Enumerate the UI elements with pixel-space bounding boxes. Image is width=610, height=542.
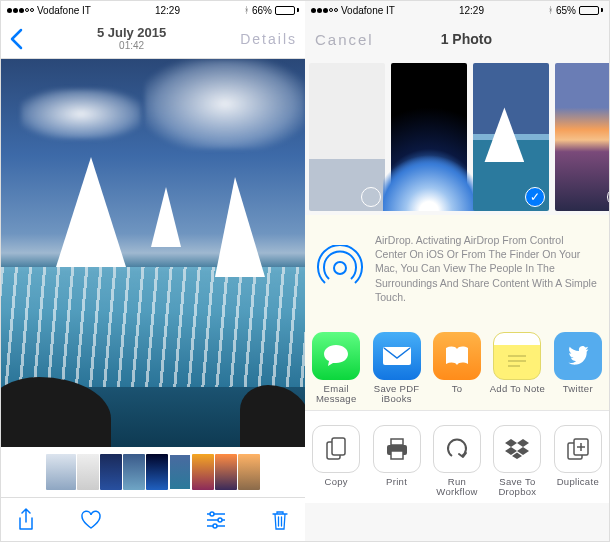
- airdrop-icon: [317, 245, 363, 291]
- svg-point-0: [210, 512, 214, 516]
- action-label: Copy: [325, 477, 348, 499]
- bluetooth-icon: ᚼ: [244, 5, 249, 15]
- svg-rect-12: [391, 451, 403, 459]
- share-notes[interactable]: Add To Note: [488, 332, 546, 406]
- nav-title: 5 July 2015 01:42: [97, 26, 166, 51]
- actions-row: Copy Print Run Workflow Save To Dropbox …: [305, 410, 609, 503]
- picker-item[interactable]: [555, 63, 609, 211]
- airdrop-description: AirDrop. Activating AirDrop From Control…: [375, 233, 597, 304]
- thumbnail[interactable]: [77, 454, 99, 490]
- ibooks-icon: [433, 332, 481, 380]
- thumbnail[interactable]: [100, 454, 122, 490]
- message-bubble-icon: [312, 332, 360, 380]
- adjust-button[interactable]: [205, 511, 227, 529]
- share-sheet-screen: Vodafone IT 12:29 ᚼ 65% Cancel 1 Photo ✓: [305, 1, 609, 541]
- svg-point-1: [218, 518, 222, 522]
- picker-item[interactable]: [391, 63, 467, 211]
- signal-strength-icon: [7, 8, 34, 13]
- action-duplicate[interactable]: Duplicate: [549, 425, 607, 499]
- photo-viewer[interactable]: [1, 59, 305, 447]
- share-message[interactable]: Email Message: [307, 332, 365, 406]
- thumbnail[interactable]: [238, 454, 260, 490]
- bluetooth-icon: ᚼ: [548, 5, 553, 15]
- battery-percent: 65%: [556, 5, 576, 16]
- duplicate-icon: [554, 425, 602, 473]
- battery-icon: [579, 6, 603, 15]
- svg-point-3: [334, 262, 346, 274]
- photo-time: 01:42: [97, 40, 166, 51]
- thumbnail-selected[interactable]: [169, 454, 191, 490]
- photo-date: 5 July 2015: [97, 26, 166, 40]
- selection-ring-icon[interactable]: [443, 187, 463, 207]
- selection-ring-icon[interactable]: [607, 187, 609, 207]
- print-icon: [373, 425, 421, 473]
- favorite-button[interactable]: [80, 510, 102, 530]
- selection-count: 1 Photo: [441, 31, 492, 47]
- svg-point-2: [213, 524, 217, 528]
- share-nav-bar: Cancel 1 Photo: [305, 19, 609, 59]
- share-apps-row: Email Message Save PDF iBooks To Add To …: [305, 322, 609, 410]
- share-label: Email Message: [307, 384, 365, 406]
- dropbox-icon: [493, 425, 541, 473]
- share-twitter[interactable]: Twitter: [549, 332, 607, 406]
- action-label: Run Workflow: [428, 477, 486, 499]
- thumbnail[interactable]: [215, 454, 237, 490]
- back-button[interactable]: [9, 28, 23, 50]
- battery-icon: [275, 6, 299, 15]
- share-button[interactable]: [17, 508, 35, 532]
- bottom-toolbar: [1, 497, 305, 541]
- battery-percent: 66%: [252, 5, 272, 16]
- mail-envelope-icon: [373, 332, 421, 380]
- share-save-pdf[interactable]: Save PDF iBooks: [367, 332, 425, 406]
- thumbnail-scrubber[interactable]: [1, 447, 305, 497]
- action-label: Print: [386, 477, 407, 499]
- clock: 12:29: [155, 5, 180, 16]
- action-label: Duplicate: [557, 477, 599, 499]
- cancel-button[interactable]: Cancel: [315, 31, 374, 48]
- twitter-icon: [554, 332, 602, 380]
- delete-button[interactable]: [271, 509, 289, 531]
- share-label: Save PDF iBooks: [367, 384, 425, 406]
- share-ibooks[interactable]: To: [428, 332, 486, 406]
- nav-bar: 5 July 2015 01:42 Details: [1, 19, 305, 59]
- signal-strength-icon: [311, 8, 338, 13]
- picker-item-selected[interactable]: ✓: [473, 63, 549, 211]
- action-label: Save To Dropbox: [488, 477, 546, 499]
- picker-item[interactable]: [309, 63, 385, 211]
- status-bar: Vodafone IT 12:29 ᚼ 66%: [1, 1, 305, 19]
- copy-icon: [312, 425, 360, 473]
- airdrop-section[interactable]: AirDrop. Activating AirDrop From Control…: [305, 215, 609, 322]
- action-dropbox[interactable]: Save To Dropbox: [488, 425, 546, 499]
- share-label: To: [452, 384, 463, 406]
- thumbnail[interactable]: [46, 454, 76, 490]
- carrier-label: Vodafone IT: [341, 5, 395, 16]
- workflow-icon: [433, 425, 481, 473]
- photo-detail-screen: Vodafone IT 12:29 ᚼ 66% 5 July 2015 01:4…: [1, 1, 305, 541]
- thumbnail[interactable]: [123, 454, 145, 490]
- svg-rect-9: [332, 438, 345, 455]
- selection-ring-icon[interactable]: [361, 187, 381, 207]
- share-label: Twitter: [563, 384, 593, 406]
- share-label: Add To Note: [490, 384, 545, 406]
- svg-rect-10: [391, 439, 403, 445]
- action-copy[interactable]: Copy: [307, 425, 365, 499]
- carrier-label: Vodafone IT: [37, 5, 91, 16]
- details-button[interactable]: Details: [240, 31, 297, 47]
- thumbnail[interactable]: [146, 454, 168, 490]
- action-print[interactable]: Print: [367, 425, 425, 499]
- notes-icon: [493, 332, 541, 380]
- clock: 12:29: [459, 5, 484, 16]
- photo-picker-row[interactable]: ✓: [305, 59, 609, 215]
- action-workflow[interactable]: Run Workflow: [428, 425, 486, 499]
- status-bar: Vodafone IT 12:29 ᚼ 65%: [305, 1, 609, 19]
- thumbnail[interactable]: [192, 454, 214, 490]
- selection-checked-icon[interactable]: ✓: [525, 187, 545, 207]
